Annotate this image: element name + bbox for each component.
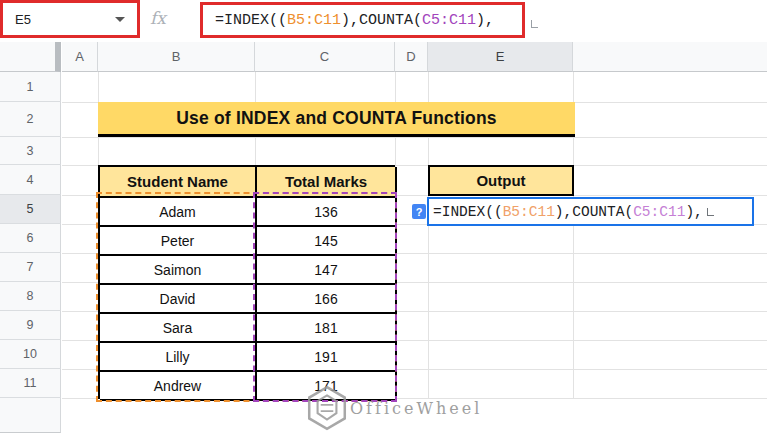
total-marks-cell[interactable]: 145	[257, 227, 397, 256]
total-marks-cell[interactable]: 147	[257, 256, 397, 285]
row-header-1[interactable]: 1	[0, 72, 61, 102]
formula-bar-input[interactable]: =INDEX((B5:C11),COUNTA(C5:C11),	[200, 2, 525, 38]
cell-editor-text: =INDEX((B5:C11),COUNTA(C5:C11),	[429, 204, 703, 220]
row-header-5[interactable]: 5	[0, 195, 61, 224]
output-header-cell[interactable]: Output	[428, 165, 574, 196]
column-header-d[interactable]: D	[395, 42, 428, 72]
formula-bar-text: =INDEX((B5:C11),COUNTA(C5:C11),	[203, 12, 494, 29]
sheet-title: Use of INDEX and COUNTA Functions	[98, 102, 575, 134]
table-header-student-name[interactable]: Student Name	[100, 167, 257, 198]
name-box-dropdown-icon[interactable]	[115, 17, 125, 22]
watermark: OfficeWheel	[306, 385, 482, 431]
row-header-4[interactable]: 4	[0, 165, 61, 195]
formula-bar-cursor	[531, 20, 538, 28]
formula-toolbar: E5 fx =INDEX((B5:C11),COUNTA(C5:C11),	[0, 0, 767, 42]
row-header-8[interactable]: 8	[0, 282, 61, 311]
row-header-10[interactable]: 10	[0, 340, 61, 369]
row-header-empty	[0, 398, 61, 433]
officewheel-logo-icon	[306, 385, 348, 431]
cell-editor-cursor	[707, 208, 714, 216]
student-table: Student Name Total Marks Adam 136 Peter …	[98, 165, 395, 399]
student-name-cell[interactable]: Andrew	[100, 372, 257, 401]
student-name-cell[interactable]: David	[100, 285, 257, 314]
name-box[interactable]: E5	[0, 0, 140, 38]
watermark-text: OfficeWheel	[350, 399, 482, 418]
total-marks-cell[interactable]: 191	[257, 343, 397, 372]
name-box-value[interactable]: E5	[3, 12, 115, 27]
table-header-total-marks[interactable]: Total Marks	[257, 167, 397, 198]
column-header-a[interactable]: A	[62, 42, 98, 72]
fx-icon: fx	[150, 8, 166, 28]
total-marks-cell[interactable]: 181	[257, 314, 397, 343]
student-name-cell[interactable]: Peter	[100, 227, 257, 256]
title-underline	[98, 134, 575, 137]
row-header-3[interactable]: 3	[0, 137, 61, 165]
student-name-cell[interactable]: Adam	[100, 198, 257, 227]
column-header-c[interactable]: C	[255, 42, 395, 72]
select-all-corner[interactable]	[0, 42, 61, 72]
row-header-7[interactable]: 7	[0, 253, 61, 282]
column-header-e[interactable]: E	[428, 42, 573, 72]
column-header-b[interactable]: B	[98, 42, 255, 72]
row-header-2[interactable]: 2	[0, 102, 61, 137]
row-header-11[interactable]: 11	[0, 369, 61, 398]
column-headers: A B C D E	[0, 42, 767, 72]
row-header-6[interactable]: 6	[0, 224, 61, 253]
cell-editor-e5[interactable]: =INDEX((B5:C11),COUNTA(C5:C11),	[427, 197, 754, 226]
column-header-f[interactable]	[573, 42, 767, 72]
student-name-cell[interactable]: Lilly	[100, 343, 257, 372]
formula-help-icon[interactable]: ?	[412, 204, 426, 219]
row-header-9[interactable]: 9	[0, 311, 61, 340]
student-name-cell[interactable]: Sara	[100, 314, 257, 343]
total-marks-cell[interactable]: 136	[257, 198, 397, 227]
total-marks-cell[interactable]: 166	[257, 285, 397, 314]
student-name-cell[interactable]: Saimon	[100, 256, 257, 285]
